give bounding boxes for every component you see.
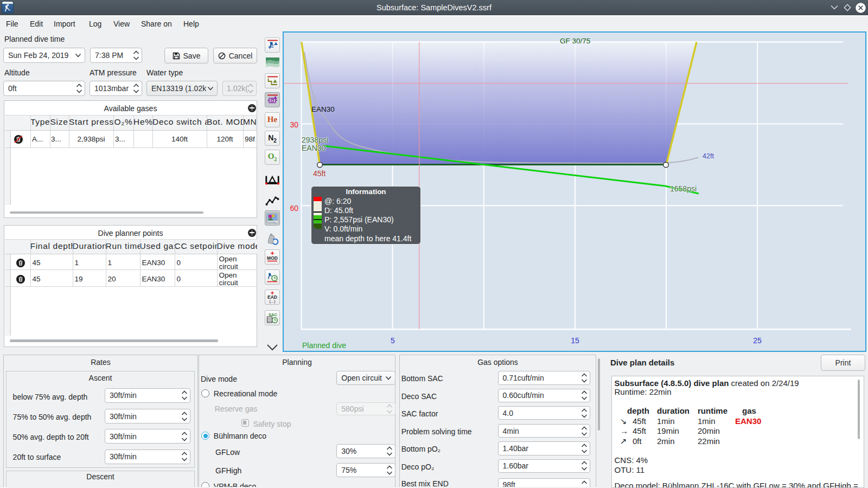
svg-text:(...): (...) <box>269 299 276 304</box>
svg-text:MOD: MOD <box>267 255 278 261</box>
